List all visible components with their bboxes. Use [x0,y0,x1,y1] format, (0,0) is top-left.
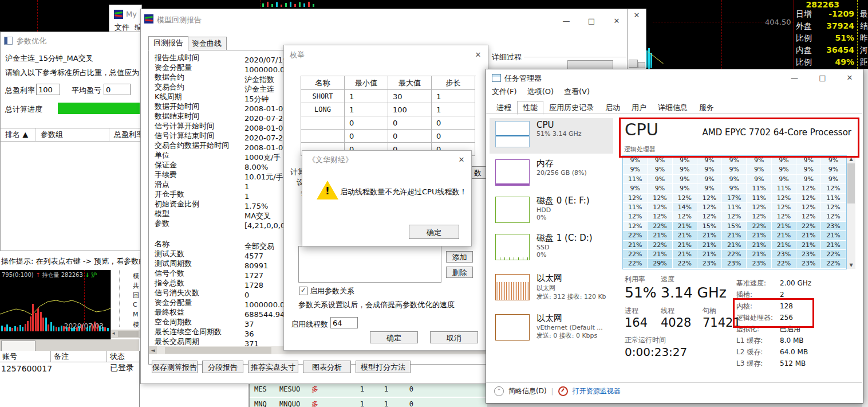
scroll-thumb[interactable] [847,163,855,204]
tab-3[interactable]: 启动 [599,101,626,115]
tab-6[interactable]: 服务 [693,101,720,115]
table-cell[interactable]: 100 [388,103,432,116]
column-header[interactable]: 状态 [110,351,125,362]
table-cell[interactable]: 0 [388,116,432,130]
collapse-icon[interactable]: ⌃ [494,386,504,396]
table-row[interactable]: LONG11001 [301,103,476,116]
table-cell[interactable]: 0 [388,130,432,143]
logical-processor-grid: 9%9%9%9%9%9%9%9%9%9%9%9%9%9%9%9%9%9%11%9… [622,155,847,269]
tab-equity-curve[interactable]: 资金曲线 [187,37,227,50]
table-cell[interactable]: LONG [301,103,345,116]
table-row[interactable]: MNQMNQUO多110 [250,398,487,407]
scroll-thumb[interactable] [165,347,271,354]
close-icon[interactable]: ✕ [629,8,645,23]
tree-item[interactable]: 回 [133,291,140,300]
column-header[interactable]: 备注 [54,351,69,362]
sidebar-item-CPU[interactable]: CPU51% 3.14 GHz [490,118,613,154]
tab-backtest-report[interactable]: 回测报告 [148,36,188,50]
cpu-core-cell: 12% [623,212,648,221]
tab-5[interactable]: 详细信息 [652,101,693,115]
column-header[interactable]: 参数组 [36,128,109,141]
column-header[interactable]: 账号 [2,351,17,362]
tree-item[interactable]: 共 [133,281,140,290]
report-button[interactable]: 图表分析 [303,361,351,373]
scroll-up-icon[interactable]: ▲ [847,155,855,163]
tab-2[interactable]: 应用历史记录 [543,101,599,115]
tab-4[interactable]: 用户 [626,101,652,115]
report-button[interactable]: 推荐实盘头寸 [248,361,298,373]
close-icon[interactable]: ✕ [452,152,471,167]
mytrader-window: My 文件 编 [109,5,142,32]
table-row[interactable]: 000 [301,130,476,143]
sidebar-item-以太网[interactable]: 以太网vEthernet (Default ...发送: 0 接收: 0 Kbp… [490,311,613,347]
cancel-button[interactable]: 取消 [430,331,478,343]
delete-button[interactable]: 删除 [446,267,473,278]
table-cell[interactable]: 0 [432,130,475,143]
stat-value: 4028 [661,316,691,330]
tree-item[interactable]: 模 [133,320,140,329]
table-cell[interactable] [301,116,345,130]
menu-item[interactable]: 选项(O) [527,87,554,97]
sidebar-item-磁盘 1 (C: D:)[interactable]: 磁盘 1 (C: D:)SSD0% [490,231,613,267]
scroll-left-icon[interactable]: ◂ [112,330,115,336]
table-cell[interactable]: SHORT [301,90,345,103]
spec-label: 逻辑处理器: [736,312,780,323]
scroll-left-icon[interactable]: ◄ [149,346,157,354]
close-icon[interactable]: ✕ [468,48,488,62]
sidebar-item-磁盘 0 (E: F:)[interactable]: 磁盘 0 (E: F:)HDD0% [490,194,613,229]
button-stub[interactable] [638,62,645,68]
sidebar-item-以太网[interactable]: 以太网以太网发送: 312 接收: 120 Kb [490,271,613,307]
table-cell[interactable]: 0 [432,116,475,130]
vertical-scrollbar[interactable]: ▲ ▼ [847,155,855,269]
report-button[interactable]: 模型打分方法 [356,361,411,373]
menu-item[interactable]: 文件(F) [492,87,517,97]
tree-item[interactable]: C [133,301,140,310]
ok-button[interactable]: 确定 [409,225,459,239]
scroll-down-icon[interactable]: ▼ [847,261,855,269]
cpu-core-cell: 21% [697,250,722,259]
button-stub[interactable] [629,60,638,68]
table-cell[interactable]: 0 [345,130,388,143]
column-header[interactable]: 总盈利率 [109,128,141,141]
table-row[interactable]: 000 [301,116,476,130]
report-button[interactable]: 分段报告 [202,361,243,373]
relation-listbox[interactable] [298,246,441,283]
mini-tab[interactable] [1,341,35,351]
brief-info-link[interactable]: 简略信息(D) [508,386,547,396]
report-row-label: 报告生成时间 [149,53,244,62]
cpu-core-cell: 22% [821,250,846,259]
thread-count-input[interactable] [330,317,358,328]
table-row[interactable]: SHORT1301 [301,90,476,103]
table-cell: 1 [341,383,364,396]
avg-pnl-input[interactable] [104,84,131,95]
ok-button[interactable]: 确定 [370,331,418,343]
table-cell[interactable]: 0 [345,116,388,130]
tab-0[interactable]: 进程 [491,101,517,115]
scroll-thumb[interactable] [118,331,139,337]
column-header[interactable]: 排名 ▲ [1,128,36,141]
horizontal-scrollbar[interactable]: ◂ [111,330,141,338]
table-cell[interactable]: 1 [432,103,475,116]
enable-relation-checkbox[interactable] [299,287,307,295]
profit-rate-input[interactable] [36,84,60,95]
stat-utilization: 利用率 51% [625,275,657,301]
add-button[interactable]: 添加 [446,251,473,263]
crosshair-line [721,0,722,69]
table-cell[interactable]: 30 [388,90,432,103]
report-button[interactable]: 保存测算报告 [152,361,198,373]
close-icon[interactable]: ✕ [838,71,862,85]
volume-bar [27,321,29,331]
maximize-icon[interactable]: □ [810,71,835,85]
open-resource-monitor-link[interactable]: 打开资源监视器 [573,386,621,396]
sidebar-item-内存[interactable]: 内存20/256 GB (8%) [490,156,613,192]
table-cell[interactable]: 1 [345,90,388,103]
menu-item[interactable]: 查看(V) [564,87,590,97]
tree-item[interactable]: 模 [133,272,140,280]
minimize-icon[interactable]: — [782,71,807,85]
tab-performance-active[interactable]: 性能 [517,101,543,115]
table-cell[interactable] [301,130,345,143]
table-row[interactable]: MESMESUO多110 [250,383,487,398]
table-cell[interactable]: 1 [345,103,388,116]
table-cell[interactable]: 1 [432,90,475,103]
tree-item[interactable]: M [133,311,140,319]
